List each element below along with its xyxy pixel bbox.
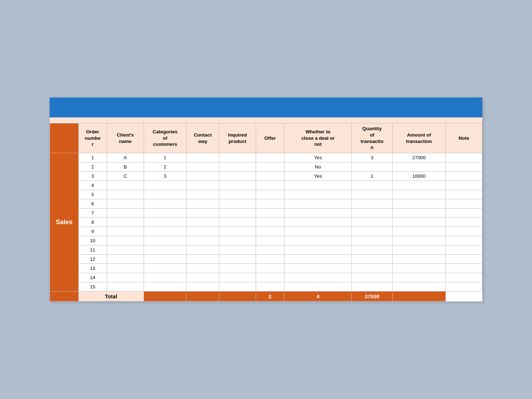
total-note [393,291,446,301]
categories-cell [144,282,187,291]
col-dept [50,123,79,153]
quantity-cell [352,217,393,227]
note-cell [445,217,482,227]
amount-cell [393,208,446,217]
table-row: Sales1A1Yes327000 [50,153,482,162]
table-row: 4 [50,181,482,190]
contact-cell [187,181,219,190]
inquired-cell [219,264,256,273]
contact-cell [187,208,219,217]
amount-cell [393,162,446,171]
offer-cell [256,245,284,254]
offer-cell [256,264,284,273]
note-cell [445,264,482,273]
note-cell [445,245,482,254]
note-cell [445,208,482,217]
order-cell: 15 [78,282,107,291]
table-row: 6 [50,199,482,208]
order-cell: 3 [78,171,107,181]
order-cell: 12 [78,254,107,264]
client-cell [107,273,144,282]
offer-cell [256,190,284,199]
quantity-cell [352,227,393,236]
contact-cell [187,245,219,254]
contact-cell [187,254,219,264]
client-cell: A [107,153,144,162]
offer-cell [256,181,284,190]
client-cell [107,282,144,291]
note-cell [445,254,482,264]
order-cell: 14 [78,273,107,282]
quantity-cell [352,245,393,254]
inquired-cell [219,208,256,217]
whether-cell [284,273,352,282]
amount-cell [393,254,446,264]
col-offer: Offer [256,123,284,153]
amount-cell [393,236,446,245]
client-cell [107,227,144,236]
whether-cell [284,181,352,190]
col-order: Ordernumber [78,123,107,153]
whether-cell [284,282,352,291]
client-cell [107,236,144,245]
whether-cell [284,199,352,208]
categories-cell [144,199,187,208]
inquired-cell [219,181,256,190]
client-cell [107,190,144,199]
note-cell [445,199,482,208]
offer-cell [256,171,284,181]
order-cell: 8 [78,217,107,227]
client-cell [107,245,144,254]
order-cell: 6 [78,199,107,208]
client-cell [107,264,144,273]
categories-cell [144,245,187,254]
offer-cell [256,208,284,217]
inquired-cell [219,245,256,254]
quantity-cell [352,264,393,273]
note-cell [445,227,482,236]
order-cell: 7 [78,208,107,217]
quantity-cell [352,273,393,282]
col-client: Client'sname [107,123,144,153]
contact-cell [187,282,219,291]
order-cell: 1 [78,153,107,162]
whether-cell [284,264,352,273]
inquired-cell [219,273,256,282]
amount-cell [393,245,446,254]
categories-cell [144,236,187,245]
quantity-cell [352,181,393,190]
whether-cell [284,236,352,245]
dept-cell: Sales [50,153,79,291]
table-row: 5 [50,190,482,199]
whether-cell [284,217,352,227]
client-cell [107,254,144,264]
col-categories: Categoriesofcustomers [144,123,187,153]
client-cell [107,181,144,190]
amount-cell [393,273,446,282]
col-quantity: Quantityoftransaction [352,123,393,153]
quantity-cell: 3 [352,153,393,162]
total-offer [219,291,256,301]
offer-cell [256,227,284,236]
inquired-cell [219,153,256,162]
contact-cell [187,217,219,227]
table-row: 12 [50,254,482,264]
total-empty1 [50,291,79,301]
categories-cell [144,217,187,227]
quantity-cell [352,208,393,217]
quantity-cell [352,282,393,291]
offer-cell [256,254,284,264]
col-note: Note [445,123,482,153]
contact-cell [187,153,219,162]
total-contact [144,291,187,301]
total-whether: 2 [256,291,284,301]
contact-cell [187,264,219,273]
offer-cell [256,282,284,291]
contact-cell [187,227,219,236]
col-inquired: Inquiredproduct [219,123,256,153]
note-cell [445,190,482,199]
quantity-cell: 1 [352,171,393,181]
inquired-cell [219,282,256,291]
quantity-cell [352,199,393,208]
categories-cell: 3 [144,171,187,181]
